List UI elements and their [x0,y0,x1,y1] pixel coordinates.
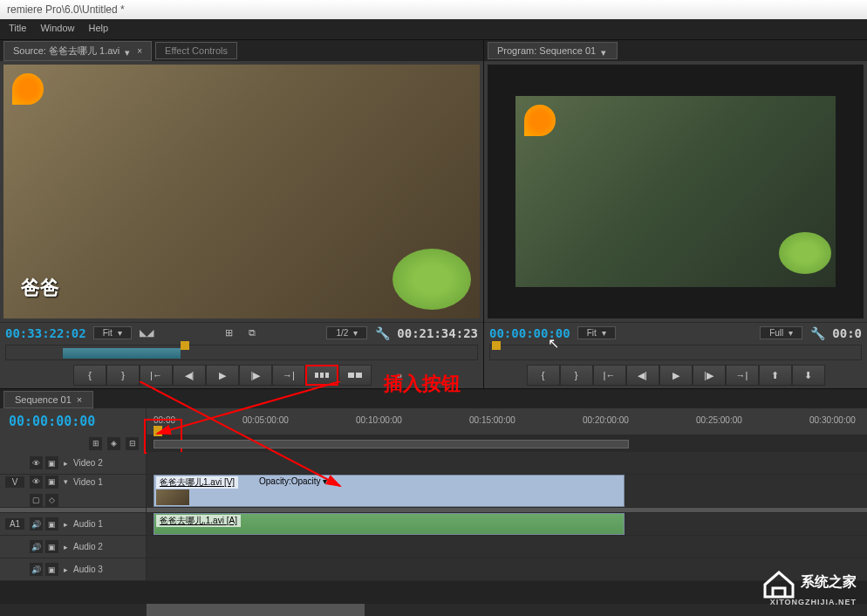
sync-lock-icon[interactable]: ⊟ [126,437,139,450]
mark-in-button[interactable]: { [527,365,560,386]
go-to-in-button[interactable]: |← [140,365,173,386]
track-body[interactable]: 爸爸去哪儿1.avi [V] Opacity:Opacity ▾ [147,475,867,507]
program-transport: { } |← ◀| ▶ |▶ →| ⬆ ⬇ [484,362,867,388]
insert-button[interactable] [305,365,338,386]
settings-wrench-icon[interactable]: 🔧 [374,326,390,340]
snap-icon[interactable]: ⊞ [89,437,102,450]
eye-icon[interactable]: 👁 [30,456,43,469]
overwrite-button[interactable] [338,365,372,386]
mini-playhead-icon[interactable] [492,341,501,350]
step-back-button[interactable]: ◀| [173,365,206,386]
go-to-in-button[interactable]: |← [593,365,626,386]
go-to-out-button[interactable]: →| [272,365,305,386]
track-target-icon[interactable]: ▣ [45,456,58,469]
track-target-icon[interactable]: ▣ [45,517,58,530]
mark-in-button[interactable]: { [73,365,106,386]
timeline-scrollbar[interactable] [0,604,867,616]
clip-effect-label[interactable]: Opacity:Opacity ▾ [259,476,327,486]
clip-label: 爸爸去哪儿,1.avi [A] [156,515,241,527]
step-forward-button[interactable]: |▶ [239,365,272,386]
play-button[interactable]: ▶ [659,365,693,386]
work-area-bar[interactable] [154,440,629,448]
speaker-icon[interactable]: 🔊 [30,517,43,530]
track-body[interactable] [147,536,867,558]
playback-resolution-select[interactable]: 1/2▾ [326,326,367,339]
source-monitor[interactable]: 爸爸 [3,65,480,318]
effect-controls-tab[interactable]: Effect Controls [155,42,237,59]
source-timecode-out[interactable]: 00:21:34:23 [397,326,478,340]
close-icon[interactable]: × [137,46,142,56]
settings-wrench-icon[interactable]: 🔧 [809,326,825,340]
track-target-icon[interactable]: ▣ [45,563,58,576]
program-video-frame [515,96,835,286]
track-target-icon[interactable]: ▣ [45,476,58,489]
keyframe-icon[interactable]: ◇ [45,494,58,507]
program-monitor[interactable] [488,65,864,318]
timeline-timecode[interactable]: 00:00:00:00 [9,414,95,429]
track-header[interactable]: 🔊 ▣ ▸ Audio 3 [0,558,147,580]
more-transport-icon[interactable]: » [389,365,410,386]
svg-rect-1 [320,373,324,378]
program-timecode-out[interactable]: 00:0 [832,326,862,340]
mark-out-button[interactable]: } [560,365,593,386]
timeline-tracks: 👁 ▣ ▸ Video 2 V 👁 ▣ ▾ Video 1 [0,452,867,604]
program-tab[interactable]: Program: Sequence 01 ▾ [488,42,618,59]
expand-arrow-icon[interactable]: ▸ [64,459,68,468]
speaker-icon[interactable]: 🔊 [30,540,43,553]
track-body[interactable] [147,558,867,580]
marker-icon[interactable]: ◈ [107,437,120,450]
menu-help[interactable]: Help [89,23,109,36]
playhead-icon[interactable] [154,426,162,436]
program-zoom-select[interactable]: Fit▾ [577,326,616,339]
menu-window[interactable]: Window [40,23,74,36]
dropdown-arrow-icon[interactable]: ▾ [125,47,132,54]
mini-playhead-icon[interactable] [181,341,189,350]
sequence-tab[interactable]: Sequence 01 × [3,391,93,408]
extract-button[interactable]: ⬇ [792,365,825,386]
mark-out-button[interactable]: } [106,365,140,386]
speaker-icon[interactable]: 🔊 [30,563,43,576]
track-header[interactable]: A1 🔊 ▣ ▸ Audio 1 [0,513,147,535]
program-mini-timeline[interactable] [489,345,862,360]
source-transport: { } |← ◀| ▶ |▶ →| » [0,362,483,388]
audio-clip[interactable]: 爸爸去哪儿,1.avi [A] [154,513,625,535]
safe-margins-icon[interactable]: ⧉ [244,326,260,340]
track-target-v[interactable]: V [5,476,24,488]
go-to-out-button[interactable]: →| [726,365,759,386]
expand-arrow-icon[interactable]: ▸ [64,565,68,574]
lift-button[interactable]: ⬆ [759,365,792,386]
program-resolution-select[interactable]: Full▾ [760,326,802,339]
svg-rect-4 [356,373,362,378]
source-timecode-in[interactable]: 00:33:22:02 [5,326,86,340]
timeline-range-area[interactable] [147,435,867,452]
track-header[interactable]: 🔊 ▣ ▸ Audio 2 [0,536,147,558]
source-tab[interactable]: Source: 爸爸去哪儿 1.avi ▾ × [3,41,152,61]
collapse-arrow-icon[interactable]: ▾ [64,477,68,486]
track-target-icon[interactable]: ▣ [45,540,58,553]
source-mini-timeline[interactable] [5,345,478,360]
step-forward-button[interactable]: |▶ [693,365,726,386]
mark-icon[interactable]: ◣◢ [139,326,154,340]
time-ruler[interactable]: 00:00 00:05:00:00 00:10:00:00 00:15:00:0… [147,408,867,435]
video-clip[interactable]: 爸爸去哪儿1.avi [V] Opacity:Opacity ▾ [154,475,625,507]
close-icon[interactable]: × [77,394,82,405]
track-header[interactable]: 👁 ▣ ▸ Video 2 [0,452,147,474]
timeline-controls-row: ⊞ ◈ ⊟ [0,435,867,452]
lock-icon[interactable]: ▢ [30,494,43,507]
track-body[interactable] [147,452,867,474]
play-button[interactable]: ▶ [206,365,239,386]
expand-arrow-icon[interactable]: ▸ [64,520,68,529]
scrollbar-thumb[interactable] [147,604,365,616]
step-back-button[interactable]: ◀| [626,365,659,386]
menu-title[interactable]: Title [9,23,26,36]
track-body[interactable]: 爸爸去哪儿,1.avi [A] [147,513,867,535]
audio-track-1: A1 🔊 ▣ ▸ Audio 1 爸爸去哪儿,1.avi [A] [0,513,867,536]
track-target-a1[interactable]: A1 [5,518,24,530]
frame-hold-icon[interactable]: ⊞ [222,326,237,340]
eye-icon[interactable]: 👁 [30,476,43,489]
dropdown-arrow-icon[interactable]: ▾ [601,47,608,54]
source-zoom-select[interactable]: Fit▾ [93,326,132,339]
track-header[interactable]: V 👁 ▣ ▾ Video 1 ▢ ◇ [0,475,147,507]
expand-arrow-icon[interactable]: ▸ [64,543,68,551]
in-out-range-bar[interactable] [63,348,181,359]
